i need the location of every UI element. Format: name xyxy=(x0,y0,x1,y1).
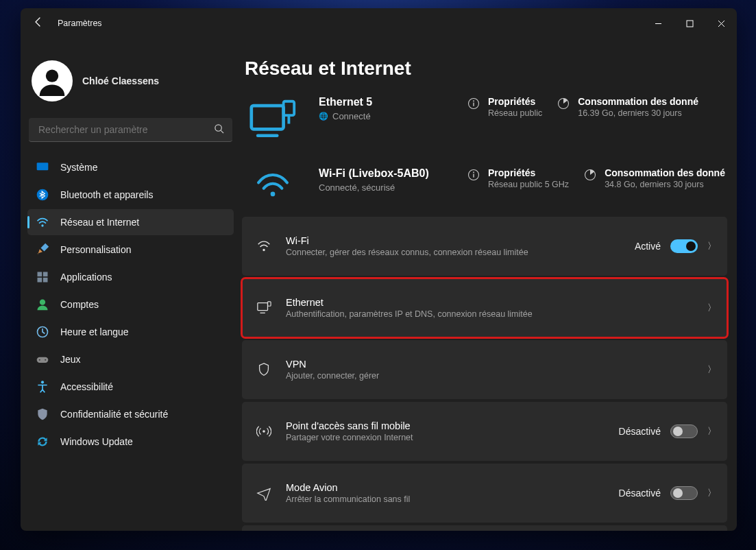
main-content: Réseau et Internet Ethernet 5 🌐Connec xyxy=(241,38,737,531)
chevron-right-icon: 〉 xyxy=(707,363,716,376)
card-sub: Ajouter, connecter, gérer xyxy=(286,371,694,381)
hotspot-toggle[interactable] xyxy=(670,425,698,438)
search-box[interactable] xyxy=(29,118,232,142)
wifi-toggle[interactable] xyxy=(670,239,698,253)
sidebar-item-privacy[interactable]: Confidentialité et sécurité xyxy=(27,401,234,427)
titlebar: Paramètres xyxy=(21,8,737,38)
svg-point-20 xyxy=(41,381,44,383)
card-wifi[interactable]: Wi-Fi Connecter, gérer des réseaux connu… xyxy=(242,217,727,276)
nav-list: Système Bluetooth et appareils Réseau et… xyxy=(26,154,235,455)
svg-point-19 xyxy=(45,359,46,361)
sidebar-item-bluetooth[interactable]: Bluetooth et appareils xyxy=(27,182,234,208)
avatar xyxy=(32,60,73,101)
sidebar-item-label: Windows Update xyxy=(60,436,133,447)
wifi-conn-block[interactable]: Wi-Fi (Livebox-5AB0) Connecté, sécurisé xyxy=(319,167,452,193)
stat-sub: 34.8 Go, derniers 30 jours xyxy=(605,180,725,189)
airplane-state-label: Désactivé xyxy=(619,488,661,499)
svg-point-38 xyxy=(263,430,265,433)
info-icon xyxy=(467,169,480,184)
wifi-usage[interactable]: Consommation des donné 34.8 Go, derniers… xyxy=(584,167,725,189)
stat-title: Propriétés xyxy=(488,96,542,107)
wifi-properties[interactable]: Propriétés Réseau public 5 GHz xyxy=(467,167,569,189)
svg-rect-21 xyxy=(252,106,284,129)
info-icon xyxy=(467,97,480,112)
svg-point-15 xyxy=(40,300,45,305)
sidebar-item-system[interactable]: Système xyxy=(27,154,234,180)
wifi-big-icon xyxy=(242,167,304,199)
svg-rect-13 xyxy=(38,278,42,283)
back-button[interactable] xyxy=(27,14,49,33)
ethernet-properties[interactable]: Propriétés Réseau public xyxy=(467,96,542,118)
card-sub: Arrêter la communication sans fil xyxy=(286,494,605,504)
sidebar-item-label: Heure et langue xyxy=(60,326,129,337)
system-icon xyxy=(36,160,49,174)
globe-icon: 🌐 xyxy=(319,112,328,121)
status-ethernet-row: Ethernet 5 🌐Connecté Propriétés Réseau p… xyxy=(242,96,727,150)
personalization-icon xyxy=(36,243,49,256)
svg-rect-17 xyxy=(37,357,49,363)
sidebar-item-accounts[interactable]: Comptes xyxy=(27,291,234,318)
svg-rect-35 xyxy=(258,303,268,311)
windows-update-icon xyxy=(36,435,49,449)
minimize-button[interactable] xyxy=(642,12,674,34)
card-title: Ethernet xyxy=(286,297,694,308)
profile-block[interactable]: Chloé Claessens xyxy=(26,38,235,114)
chevron-right-icon: 〉 xyxy=(707,240,716,252)
profile-name: Chloé Claessens xyxy=(82,75,159,86)
card-vpn[interactable]: VPN Ajouter, connecter, gérer 〉 xyxy=(242,340,727,399)
maximize-button[interactable] xyxy=(674,12,705,34)
sidebar-item-network[interactable]: Réseau et Internet xyxy=(27,209,234,235)
usage-icon xyxy=(584,169,596,184)
card-ethernet[interactable]: Ethernet Authentification, paramètres IP… xyxy=(242,278,727,337)
time-language-icon xyxy=(36,325,49,339)
svg-rect-14 xyxy=(43,278,48,283)
sidebar-item-time-language[interactable]: Heure et langue xyxy=(27,319,234,345)
airplane-toggle[interactable] xyxy=(670,486,698,500)
card-mobile-hotspot[interactable]: Point d'accès sans fil mobile Partager v… xyxy=(242,402,727,461)
card-sub: Partager votre connexion Internet xyxy=(286,433,605,442)
ethernet-sub: Connecté xyxy=(332,111,371,121)
window-title: Paramètres xyxy=(58,19,102,28)
settings-window: Paramètres Chloé Claessens xyxy=(21,8,737,531)
svg-rect-11 xyxy=(38,272,42,277)
sidebar-item-label: Jeux xyxy=(60,354,81,365)
wifi-state-label: Activé xyxy=(635,241,661,252)
sidebar-item-accessibility[interactable]: Accessibilité xyxy=(27,374,234,400)
card-sub: Connecter, gérer des réseaux connus, con… xyxy=(286,248,621,257)
bluetooth-icon xyxy=(36,188,49,202)
sidebar-item-windows-update[interactable]: Windows Update xyxy=(27,429,234,455)
ethernet-big-icon xyxy=(242,96,304,150)
svg-point-10 xyxy=(41,224,43,226)
sidebar-item-label: Accessibilité xyxy=(60,381,113,392)
sidebar-item-gaming[interactable]: Jeux xyxy=(27,346,234,372)
sidebar-item-label: Confidentialité et sécurité xyxy=(60,409,168,420)
wifi-icon xyxy=(256,239,272,254)
network-icon xyxy=(36,215,49,229)
svg-point-5 xyxy=(215,125,221,131)
card-title: VPN xyxy=(286,359,694,370)
wifi-sub: Connecté, sécurisé xyxy=(319,182,395,193)
svg-rect-12 xyxy=(43,272,48,277)
ethernet-usage[interactable]: Consommation des donné 16.39 Go, dernier… xyxy=(557,96,698,118)
sidebar-item-label: Personnalisation xyxy=(60,244,132,255)
accessibility-icon xyxy=(36,380,49,394)
hotspot-state-label: Désactivé xyxy=(619,426,661,437)
svg-point-32 xyxy=(473,171,474,173)
close-button[interactable] xyxy=(705,12,737,34)
card-proxy[interactable]: Proxy Serveur proxy pour les connexions … xyxy=(242,525,727,531)
status-wifi-row: Wi-Fi (Livebox-5AB0) Connecté, sécurisé … xyxy=(242,167,727,199)
accounts-icon xyxy=(36,298,49,311)
svg-rect-7 xyxy=(37,163,49,170)
svg-point-27 xyxy=(473,100,474,101)
sidebar-item-label: Comptes xyxy=(60,299,99,310)
apps-icon xyxy=(36,270,49,284)
sidebar-item-apps[interactable]: Applications xyxy=(27,264,234,290)
card-airplane-mode[interactable]: Mode Avion Arrêter la communication sans… xyxy=(242,464,727,523)
stat-sub: Réseau public xyxy=(488,108,542,118)
ethernet-conn-block[interactable]: Ethernet 5 🌐Connecté xyxy=(319,96,452,121)
sidebar: Chloé Claessens Système xyxy=(21,38,241,531)
svg-point-29 xyxy=(271,192,276,197)
svg-rect-1 xyxy=(687,21,693,27)
sidebar-item-personalization[interactable]: Personnalisation xyxy=(27,237,234,263)
search-input[interactable] xyxy=(37,123,214,136)
